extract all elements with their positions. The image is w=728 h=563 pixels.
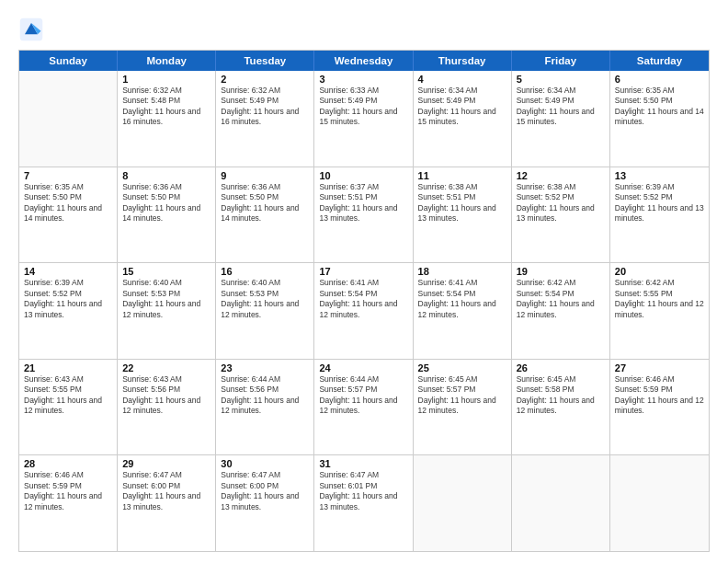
day-cell-16: 16 Sunrise: 6:40 AM Sunset: 5:53 PM Dayl… (216, 263, 314, 359)
daylight: Daylight: 11 hours and 13 minutes. (24, 299, 112, 320)
day-number: 6 (615, 74, 704, 85)
daylight: Daylight: 11 hours and 12 minutes. (319, 299, 407, 320)
sunset: Sunset: 5:56 PM (122, 385, 210, 395)
day-info: Sunrise: 6:42 AM Sunset: 5:54 PM Dayligh… (517, 278, 605, 320)
day-cell-4: 4 Sunrise: 6:34 AM Sunset: 5:49 PM Dayli… (414, 71, 512, 167)
day-number: 17 (319, 266, 407, 277)
calendar-body: 1 Sunrise: 6:32 AM Sunset: 5:48 PM Dayli… (19, 71, 709, 551)
logo (18, 17, 48, 42)
sunset: Sunset: 5:51 PM (418, 192, 506, 202)
daylight: Daylight: 11 hours and 16 minutes. (122, 107, 210, 128)
day-header-monday: Monday (118, 51, 216, 71)
sunrise: Sunrise: 6:42 AM (517, 278, 605, 288)
day-cell-23: 23 Sunrise: 6:44 AM Sunset: 5:56 PM Dayl… (216, 360, 314, 455)
daylight: Daylight: 11 hours and 12 minutes. (615, 396, 704, 417)
day-info: Sunrise: 6:43 AM Sunset: 5:56 PM Dayligh… (122, 374, 210, 417)
page: SundayMondayTuesdayWednesdayThursdayFrid… (0, 0, 728, 563)
day-info: Sunrise: 6:41 AM Sunset: 5:54 PM Dayligh… (418, 278, 506, 320)
empty-cell (19, 71, 118, 167)
daylight: Daylight: 11 hours and 12 minutes. (517, 396, 605, 417)
daylight: Daylight: 11 hours and 13 minutes. (517, 203, 605, 224)
sunset: Sunset: 5:52 PM (615, 192, 704, 202)
day-cell-25: 25 Sunrise: 6:45 AM Sunset: 5:57 PM Dayl… (414, 360, 512, 455)
sunrise: Sunrise: 6:40 AM (221, 278, 309, 288)
day-cell-28: 28 Sunrise: 6:46 AM Sunset: 5:59 PM Dayl… (19, 455, 118, 551)
day-cell-7: 7 Sunrise: 6:35 AM Sunset: 5:50 PM Dayli… (19, 167, 118, 263)
day-info: Sunrise: 6:37 AM Sunset: 5:51 PM Dayligh… (319, 182, 407, 224)
day-cell-10: 10 Sunrise: 6:37 AM Sunset: 5:51 PM Dayl… (314, 167, 413, 263)
day-cell-9: 9 Sunrise: 6:36 AM Sunset: 5:50 PM Dayli… (216, 167, 314, 263)
calendar-week-2: 7 Sunrise: 6:35 AM Sunset: 5:50 PM Dayli… (19, 167, 709, 263)
day-cell-18: 18 Sunrise: 6:41 AM Sunset: 5:54 PM Dayl… (414, 263, 512, 359)
day-number: 14 (24, 266, 112, 277)
day-header-saturday: Saturday (610, 51, 709, 71)
sunrise: Sunrise: 6:41 AM (418, 278, 506, 288)
day-cell-30: 30 Sunrise: 6:47 AM Sunset: 6:00 PM Dayl… (216, 455, 314, 551)
sunset: Sunset: 5:50 PM (615, 96, 704, 106)
sunset: Sunset: 5:51 PM (319, 192, 407, 202)
sunset: Sunset: 6:01 PM (319, 481, 407, 491)
day-number: 8 (122, 170, 210, 181)
daylight: Daylight: 11 hours and 12 minutes. (221, 396, 309, 417)
sunrise: Sunrise: 6:47 AM (221, 470, 309, 480)
sunrise: Sunrise: 6:46 AM (24, 470, 112, 480)
daylight: Daylight: 11 hours and 12 minutes. (24, 396, 112, 417)
sunset: Sunset: 5:50 PM (221, 192, 309, 202)
daylight: Daylight: 11 hours and 13 minutes. (122, 491, 210, 512)
sunset: Sunset: 6:00 PM (221, 481, 309, 491)
sunrise: Sunrise: 6:42 AM (615, 278, 704, 288)
day-number: 18 (418, 266, 506, 277)
day-number: 11 (418, 170, 506, 181)
sunrise: Sunrise: 6:34 AM (418, 86, 506, 96)
daylight: Daylight: 11 hours and 13 minutes. (615, 203, 704, 224)
day-number: 2 (221, 74, 309, 85)
sunrise: Sunrise: 6:35 AM (24, 182, 112, 192)
daylight: Daylight: 11 hours and 14 minutes. (615, 107, 704, 128)
day-number: 16 (221, 266, 309, 277)
day-info: Sunrise: 6:40 AM Sunset: 5:53 PM Dayligh… (122, 278, 210, 320)
day-info: Sunrise: 6:44 AM Sunset: 5:57 PM Dayligh… (319, 374, 407, 417)
sunrise: Sunrise: 6:36 AM (122, 182, 210, 192)
day-cell-8: 8 Sunrise: 6:36 AM Sunset: 5:50 PM Dayli… (118, 167, 216, 263)
day-number: 27 (615, 362, 704, 373)
calendar-week-1: 1 Sunrise: 6:32 AM Sunset: 5:48 PM Dayli… (19, 71, 709, 167)
sunrise: Sunrise: 6:47 AM (319, 470, 407, 480)
day-header-sunday: Sunday (19, 51, 118, 71)
daylight: Daylight: 11 hours and 15 minutes. (319, 107, 407, 128)
day-cell-31: 31 Sunrise: 6:47 AM Sunset: 6:01 PM Dayl… (314, 455, 413, 551)
sunset: Sunset: 5:49 PM (221, 96, 309, 106)
day-cell-13: 13 Sunrise: 6:39 AM Sunset: 5:52 PM Dayl… (610, 167, 709, 263)
daylight: Daylight: 11 hours and 12 minutes. (221, 299, 309, 320)
sunset: Sunset: 5:53 PM (122, 289, 210, 299)
daylight: Daylight: 11 hours and 12 minutes. (24, 491, 112, 512)
sunrise: Sunrise: 6:37 AM (319, 182, 407, 192)
day-number: 1 (122, 74, 210, 85)
day-info: Sunrise: 6:38 AM Sunset: 5:51 PM Dayligh… (418, 182, 506, 224)
sunrise: Sunrise: 6:45 AM (418, 374, 506, 385)
sunset: Sunset: 5:50 PM (24, 192, 112, 202)
day-cell-21: 21 Sunrise: 6:43 AM Sunset: 5:55 PM Dayl… (19, 360, 118, 455)
day-info: Sunrise: 6:40 AM Sunset: 5:53 PM Dayligh… (221, 278, 309, 320)
calendar-week-3: 14 Sunrise: 6:39 AM Sunset: 5:52 PM Dayl… (19, 262, 709, 359)
day-cell-11: 11 Sunrise: 6:38 AM Sunset: 5:51 PM Dayl… (414, 167, 512, 263)
day-info: Sunrise: 6:32 AM Sunset: 5:49 PM Dayligh… (221, 86, 309, 128)
sunset: Sunset: 5:52 PM (24, 289, 112, 299)
day-cell-14: 14 Sunrise: 6:39 AM Sunset: 5:52 PM Dayl… (19, 263, 118, 359)
daylight: Daylight: 11 hours and 13 minutes. (319, 203, 407, 224)
day-info: Sunrise: 6:36 AM Sunset: 5:50 PM Dayligh… (122, 182, 210, 224)
empty-cell (414, 455, 512, 551)
sunset: Sunset: 5:57 PM (418, 385, 506, 395)
sunrise: Sunrise: 6:44 AM (221, 374, 309, 385)
daylight: Daylight: 11 hours and 12 minutes. (122, 396, 210, 417)
sunset: Sunset: 5:49 PM (517, 96, 605, 106)
day-cell-29: 29 Sunrise: 6:47 AM Sunset: 6:00 PM Dayl… (118, 455, 216, 551)
sunrise: Sunrise: 6:32 AM (122, 86, 210, 96)
sunrise: Sunrise: 6:39 AM (24, 278, 112, 288)
day-info: Sunrise: 6:33 AM Sunset: 5:49 PM Dayligh… (319, 86, 407, 128)
day-cell-12: 12 Sunrise: 6:38 AM Sunset: 5:52 PM Dayl… (512, 167, 610, 263)
day-info: Sunrise: 6:41 AM Sunset: 5:54 PM Dayligh… (319, 278, 407, 320)
day-number: 7 (24, 170, 112, 181)
daylight: Daylight: 11 hours and 13 minutes. (418, 203, 506, 224)
day-info: Sunrise: 6:43 AM Sunset: 5:55 PM Dayligh… (24, 374, 112, 417)
daylight: Daylight: 11 hours and 12 minutes. (122, 299, 210, 320)
